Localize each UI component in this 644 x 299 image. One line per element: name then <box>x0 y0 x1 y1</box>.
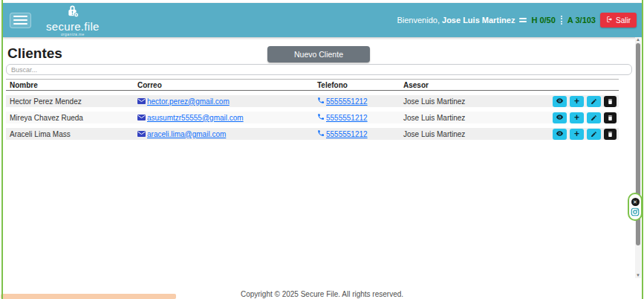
storage-icon <box>519 18 527 22</box>
table-header-row: Nombre Correo Telefono Asesor <box>6 79 619 91</box>
client-name: Hector Perez Mendez <box>6 97 134 106</box>
pencil-icon <box>591 129 597 140</box>
header-right-group: Bienvenido, Jose Luis Martinez H 0/50 A … <box>397 13 637 28</box>
padlock-icon <box>65 4 79 20</box>
email-link[interactable]: hector.perez@gmail.com <box>137 97 230 106</box>
envelope-icon <box>137 97 146 106</box>
column-header-nombre: Nombre <box>6 81 134 89</box>
advisor-name: Jose Luis Martinez <box>400 114 545 122</box>
floating-social-widget: ✕ <box>628 193 643 221</box>
pencil-icon <box>591 96 597 107</box>
edit-button[interactable] <box>587 129 601 140</box>
advisor-name: Jose Luis Martinez <box>400 130 545 138</box>
phone-icon <box>317 129 325 138</box>
column-header-telefono: Telefono <box>313 81 400 89</box>
quota-h-badge: H 0/50 <box>531 16 555 25</box>
logout-icon <box>606 16 614 25</box>
brand-tagline: organiza.me <box>61 33 85 36</box>
table-row: Araceli Lima Mass araceli.lima@gmail.com… <box>6 128 619 140</box>
view-button[interactable] <box>553 129 567 140</box>
trash-icon <box>607 112 614 123</box>
phone-icon <box>317 113 325 122</box>
phone-link[interactable]: 5555551212 <box>317 113 368 122</box>
search-input[interactable] <box>6 64 632 75</box>
eye-icon <box>556 112 564 123</box>
add-button[interactable]: + <box>570 96 584 107</box>
brand-name: secure.file <box>46 21 100 32</box>
phone-link[interactable]: 5555551212 <box>317 129 368 138</box>
page-title: Clientes <box>7 45 62 62</box>
plus-icon: + <box>574 113 579 122</box>
plus-icon: + <box>574 129 579 138</box>
row-actions: + <box>545 96 619 107</box>
welcome-text: Bienvenido, Jose Luis Martinez <box>397 16 515 25</box>
delete-button[interactable] <box>604 129 617 140</box>
envelope-icon <box>137 130 146 138</box>
left-green-edge <box>1 0 3 299</box>
scroll-up-arrow[interactable]: ▲ <box>635 37 641 42</box>
delete-button[interactable] <box>604 96 617 107</box>
advisor-name: Jose Luis Martinez <box>400 97 545 106</box>
table-row: Mireya Chavez Rueda asusumtzr55555@gmail… <box>6 112 619 123</box>
right-green-edge <box>642 0 643 299</box>
instagram-icon[interactable] <box>631 208 640 216</box>
vertical-scrollbar[interactable]: ▲ ▼ <box>635 37 641 278</box>
row-actions: + <box>545 129 619 140</box>
client-name: Mireya Chavez Rueda <box>6 114 134 122</box>
eye-icon <box>556 129 564 140</box>
app-header: secure.file organiza.me Bienvenido, Jose… <box>3 3 642 37</box>
hamburger-menu-button[interactable] <box>10 13 31 28</box>
edit-button[interactable] <box>587 112 601 123</box>
user-name: Jose Luis Martinez <box>442 16 515 25</box>
trash-icon <box>607 129 614 140</box>
add-button[interactable]: + <box>570 129 584 140</box>
clients-table: Nombre Correo Telefono Asesor Hector Per… <box>6 79 619 140</box>
phone-icon <box>317 97 325 106</box>
phone-link[interactable]: 5555551212 <box>317 97 368 106</box>
pencil-icon <box>591 112 597 123</box>
add-button[interactable]: + <box>570 112 584 123</box>
app-window: secure.file organiza.me Bienvenido, Jose… <box>0 0 644 299</box>
eye-icon <box>556 96 564 107</box>
view-button[interactable] <box>553 112 567 123</box>
column-header-asesor: Asesor <box>400 81 545 89</box>
view-button[interactable] <box>553 96 567 107</box>
logout-button[interactable]: Salir <box>600 13 637 28</box>
brand-logo[interactable]: secure.file organiza.me <box>46 4 100 36</box>
client-name: Araceli Lima Mass <box>6 130 134 138</box>
column-header-correo: Correo <box>134 81 313 89</box>
new-client-button[interactable]: Nuevo Cliente <box>267 46 370 62</box>
close-icon[interactable]: ✕ <box>631 198 640 206</box>
delete-button[interactable] <box>604 112 617 123</box>
trash-icon <box>607 96 614 107</box>
email-link[interactable]: araceli.lima@gmail.com <box>137 130 226 138</box>
table-row: Hector Perez Mendez hector.perez@gmail.c… <box>6 95 619 107</box>
quota-separator <box>561 16 562 25</box>
scroll-down-arrow[interactable]: ▼ <box>635 273 641 278</box>
envelope-icon <box>137 114 146 122</box>
bottom-progress-bar <box>1 294 176 299</box>
plus-icon: + <box>574 97 579 106</box>
email-link[interactable]: asusumtzr55555@gmail.com <box>137 114 244 122</box>
row-actions: + <box>545 112 619 123</box>
edit-button[interactable] <box>587 96 601 107</box>
quota-a-badge: A 3/103 <box>567 16 596 25</box>
